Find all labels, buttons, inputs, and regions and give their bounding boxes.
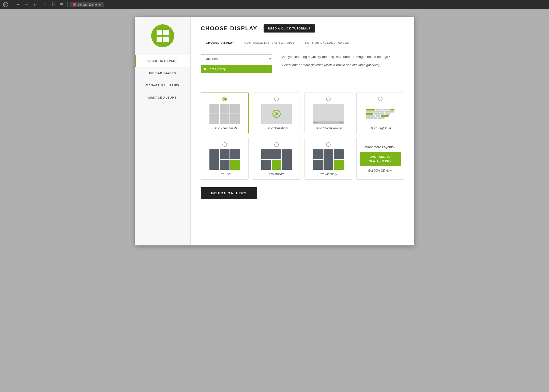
tag-7: [385, 111, 394, 113]
pro-mosaic-cell-2: [282, 149, 292, 170]
tag-14: [366, 117, 377, 119]
imagebrowser-dot-left: [314, 122, 318, 123]
pro-tile-cell-2: [220, 149, 230, 159]
upgrade-text: Want More Layouts?: [365, 145, 395, 149]
display-name-pro-mosaic: Pro Mosaic: [269, 172, 284, 176]
preview-pro-masonry: [313, 149, 344, 170]
insert-gallery-button[interactable]: INSERT GALLERY: [201, 187, 257, 199]
gallery-selector: Galleries Albums Tags Test Gallery: [201, 54, 272, 85]
display-name-basic-slideshow: Basic Slideshow: [265, 127, 287, 130]
preview-pro-mosaic: [261, 149, 292, 170]
gallery-help: Are you inserting a Gallery (default), a…: [282, 54, 404, 67]
play-icon: [272, 110, 281, 118]
upgrade-discount: Get 20% Off Now!: [368, 169, 393, 173]
elementor-label: Edit with Elementor: [78, 3, 102, 6]
display-name-pro-masonry: Pro Masonry: [320, 172, 337, 176]
tag-10: [385, 113, 390, 115]
toolbar: W + ✏ ↩ ↪ ⓘ ☰ e Edit with Elementor: [0, 0, 549, 9]
display-name-basic-tagcloud: Basic TagCloud: [370, 127, 391, 130]
radio-pro-tile[interactable]: [222, 142, 227, 147]
sidebar-item-upload[interactable]: UPLOAD IMAGES: [135, 67, 190, 79]
radio-pro-mosaic[interactable]: [274, 142, 279, 147]
tag-line-5: [366, 117, 394, 119]
display-card-basic-tagcloud[interactable]: Basic TagCloud: [356, 92, 404, 134]
logo-cell-4: [163, 37, 169, 42]
tag-3: [383, 109, 389, 111]
tag-15: [378, 117, 385, 119]
undo-button[interactable]: ↩: [32, 1, 39, 8]
tag-8: [366, 113, 373, 115]
gallery-item-label: Test Gallery: [208, 67, 226, 71]
sidebar-nav: INSERT INTO PAGE UPLOAD IMAGES MANAGE GA…: [135, 55, 190, 104]
preview-pro-tile: [209, 149, 240, 170]
pro-masonry-cell-1: [313, 149, 323, 159]
imagebrowser-dot-right: [339, 122, 343, 123]
tabs-bar: CHOOSE DISPLAY CUSTOMIZE DISPLAY SETTING…: [201, 39, 404, 47]
radio-pro-masonry[interactable]: [326, 142, 331, 147]
tag-11: [366, 115, 375, 117]
toolbar-separator-2: [67, 2, 68, 7]
tag-line-2: [366, 111, 394, 113]
thumb-2: [220, 104, 230, 114]
display-card-basic-imagebrowser[interactable]: Basic ImageBrowser: [304, 92, 352, 134]
display-card-basic-slideshow[interactable]: Basic Slideshow: [253, 92, 300, 134]
toolbar-separator: [12, 2, 12, 7]
upgrade-button[interactable]: UPGRADE TONEXTGEN PRO: [360, 152, 401, 166]
radio-basic-slideshow[interactable]: [274, 97, 279, 101]
display-card-pro-tile[interactable]: Pro Tile: [201, 138, 249, 180]
preview-basic-imagebrowser: [313, 104, 344, 124]
display-name-basic-thumbnails: Basic ThumbnailS: [212, 127, 237, 130]
radio-basic-imagebrowser[interactable]: [326, 97, 331, 101]
tag-6: [379, 111, 385, 113]
thumb-5: [220, 114, 230, 124]
radio-basic-tagcloud[interactable]: [378, 97, 383, 101]
gallery-select-help: Select one or more galleries (click in b…: [282, 63, 404, 67]
sidebar-item-insert[interactable]: INSERT INTO PAGE: [135, 55, 190, 67]
tag-9: [374, 113, 384, 115]
menu-button[interactable]: ☰: [58, 1, 65, 8]
thumb-4: [209, 114, 219, 124]
gallery-type-dropdown[interactable]: Galleries Albums Tags: [201, 54, 272, 63]
pro-tile-cell-1: [209, 149, 219, 170]
gallery-section: Galleries Albums Tags Test Gallery Are y…: [201, 54, 404, 85]
tab-customize[interactable]: CUSTOMIZE DISPLAY SETTINGS: [239, 39, 300, 47]
tag-1: [366, 109, 375, 111]
gallery-item-square: [204, 68, 206, 70]
tag-12: [376, 115, 380, 117]
tag-line-1: [366, 109, 394, 111]
edit-button[interactable]: ✏: [23, 1, 30, 8]
wp-icon[interactable]: W: [2, 1, 9, 8]
sidebar-logo: [151, 24, 174, 47]
tag-line-4: [366, 115, 394, 117]
pro-masonry-cell-3: [334, 149, 344, 159]
tab-sort[interactable]: SORT OR EXCLUDE IMAGES: [300, 39, 354, 47]
thumb-6: [230, 114, 240, 124]
gallery-selected-list[interactable]: Test Gallery: [201, 65, 272, 85]
play-triangle: [276, 112, 279, 116]
tutorial-button[interactable]: NEED A QUICK TUTORIAL?: [264, 24, 315, 33]
tab-choose-display[interactable]: CHOOSE DISPLAY: [201, 39, 239, 47]
pro-mosaic-cell-accent: [272, 160, 282, 170]
add-button[interactable]: +: [14, 1, 22, 8]
tag-4: [390, 109, 394, 111]
display-grid: Basic ThumbnailS Basic Slideshow: [201, 92, 404, 180]
gallery-help-text: Are you inserting a Gallery (default), a…: [282, 54, 404, 59]
gallery-selected-item[interactable]: Test Gallery: [201, 65, 272, 73]
tag-5: [366, 111, 379, 113]
elementor-button[interactable]: e Edit with Elementor: [70, 2, 104, 7]
main-wrapper: INSERT INTO PAGE UPLOAD IMAGES MANAGE GA…: [0, 9, 549, 392]
gallery-search-input[interactable]: [201, 73, 272, 80]
sidebar-item-manage-galleries[interactable]: MANAGE GALLERIES: [135, 79, 190, 91]
sidebar: INSERT INTO PAGE UPLOAD IMAGES MANAGE GA…: [135, 17, 191, 245]
svg-text:W: W: [4, 4, 7, 6]
display-card-basic-thumbnails[interactable]: Basic ThumbnailS: [201, 92, 249, 134]
display-card-pro-mosaic[interactable]: Pro Mosaic: [253, 138, 300, 180]
info-button[interactable]: ⓘ: [49, 1, 56, 8]
content-area: CHOOSE DISPLAY NEED A QUICK TUTORIAL? CH…: [191, 17, 414, 245]
radio-basic-thumbnails[interactable]: [222, 97, 227, 101]
sidebar-item-manage-albums[interactable]: MANAGE ALBUMS: [135, 91, 190, 104]
display-name-pro-tile: Pro Tile: [219, 172, 230, 176]
content-header: CHOOSE DISPLAY NEED A QUICK TUTORIAL?: [201, 24, 404, 33]
redo-button[interactable]: ↪: [40, 1, 48, 8]
display-card-pro-masonry[interactable]: Pro Masonry: [304, 138, 352, 180]
